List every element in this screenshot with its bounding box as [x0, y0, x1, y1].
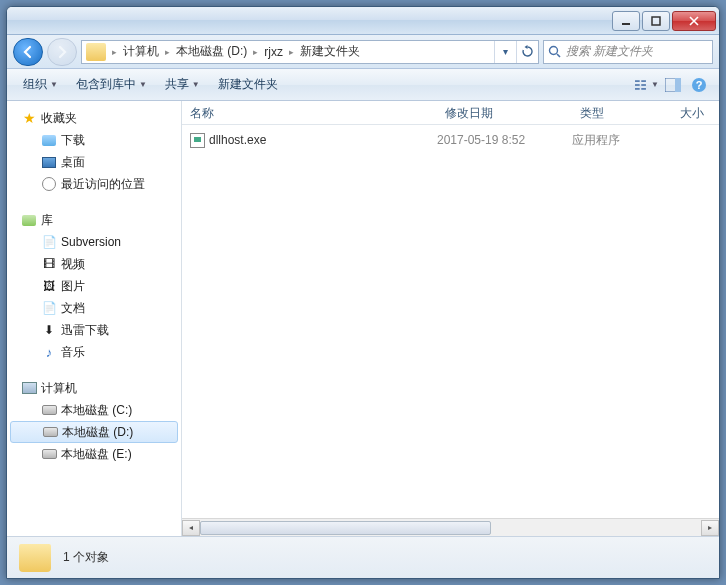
breadcrumb-segment[interactable]: rjxz [260, 45, 287, 59]
view-options-button[interactable]: ▼ [635, 73, 659, 97]
status-text: 1 个对象 [63, 549, 109, 566]
refresh-button[interactable] [516, 41, 538, 63]
nav-pane: ★ 收藏夹 下载 桌面 最近访问的位置 [7, 101, 182, 536]
sidebar-item-desktop[interactable]: 桌面 [7, 151, 181, 173]
include-library-menu[interactable]: 包含到库中▼ [68, 72, 155, 97]
folder-icon [19, 544, 51, 572]
horizontal-scrollbar[interactable]: ◂ ▸ [182, 518, 719, 536]
svg-rect-0 [622, 23, 630, 25]
music-icon: ♪ [41, 344, 57, 360]
address-bar[interactable]: ▸ 计算机 ▸ 本地磁盘 (D:) ▸ rjxz ▸ 新建文件夹 ▾ [81, 40, 539, 64]
libraries-header[interactable]: 库 [7, 209, 181, 231]
preview-pane-button[interactable] [661, 73, 685, 97]
organize-menu[interactable]: 组织▼ [15, 72, 66, 97]
svg-rect-6 [641, 80, 646, 82]
sidebar-item-recent[interactable]: 最近访问的位置 [7, 173, 181, 195]
minimize-button[interactable] [612, 11, 640, 31]
computer-icon [22, 382, 37, 394]
drive-icon [42, 449, 57, 459]
star-icon: ★ [21, 110, 37, 126]
sidebar-item-videos[interactable]: 🎞 视频 [7, 253, 181, 275]
breadcrumb-segment[interactable]: 本地磁盘 (D:) [172, 43, 251, 60]
scroll-right-button[interactable]: ▸ [701, 520, 719, 536]
exe-icon [190, 133, 205, 148]
picture-icon: 🖼 [41, 278, 57, 294]
sidebar-item-pictures[interactable]: 🖼 图片 [7, 275, 181, 297]
column-size[interactable]: 大小 [672, 101, 719, 124]
svg-rect-4 [635, 84, 640, 86]
desktop-icon [42, 157, 56, 168]
sidebar-item-drive-c[interactable]: 本地磁盘 (C:) [7, 399, 181, 421]
library-icon [22, 215, 36, 226]
search-icon [548, 45, 562, 59]
svg-rect-1 [652, 17, 660, 25]
breadcrumb-segment[interactable]: 计算机 [119, 43, 163, 60]
body: ★ 收藏夹 下载 桌面 最近访问的位置 [7, 101, 719, 536]
computer-group: 计算机 本地磁盘 (C:) 本地磁盘 (D:) 本地磁盘 (E:) [7, 377, 181, 465]
sidebar-item-documents[interactable]: 📄 文档 [7, 297, 181, 319]
address-dropdown[interactable]: ▾ [494, 41, 516, 63]
libraries-group: 库 📄 Subversion 🎞 视频 🖼 图片 📄 文档 [7, 209, 181, 363]
folder-icon [42, 135, 56, 146]
sidebar-item-drive-d[interactable]: 本地磁盘 (D:) [10, 421, 178, 443]
close-button[interactable] [672, 11, 716, 31]
chevron-right-icon: ▸ [110, 47, 119, 57]
titlebar [7, 7, 719, 35]
sidebar-item-subversion[interactable]: 📄 Subversion [7, 231, 181, 253]
help-button[interactable]: ? [687, 73, 711, 97]
status-bar: 1 个对象 [7, 536, 719, 578]
svg-rect-5 [635, 88, 640, 90]
svg-point-2 [550, 46, 558, 54]
clock-icon [42, 177, 56, 191]
forward-button[interactable] [47, 38, 77, 66]
share-menu[interactable]: 共享▼ [157, 72, 208, 97]
navbar: ▸ 计算机 ▸ 本地磁盘 (D:) ▸ rjxz ▸ 新建文件夹 ▾ 搜索 新建… [7, 35, 719, 69]
doc-icon: 📄 [41, 300, 57, 316]
file-type: 应用程序 [572, 132, 672, 149]
doc-icon: 📄 [41, 234, 57, 250]
search-input[interactable]: 搜索 新建文件夹 [543, 40, 713, 64]
back-button[interactable] [13, 38, 43, 66]
maximize-button[interactable] [642, 11, 670, 31]
column-date[interactable]: 修改日期 [437, 101, 572, 124]
svg-rect-3 [635, 80, 640, 82]
column-header: 名称 修改日期 类型 大小 [182, 101, 719, 125]
content-pane: 名称 修改日期 类型 大小 dllhost.exe 2017-05-19 8:5… [182, 101, 719, 536]
svg-rect-8 [641, 88, 646, 90]
svg-rect-7 [641, 84, 646, 86]
chevron-right-icon: ▸ [163, 47, 172, 57]
scroll-thumb[interactable] [200, 521, 491, 535]
sidebar-item-drive-e[interactable]: 本地磁盘 (E:) [7, 443, 181, 465]
toolbar: 组织▼ 包含到库中▼ 共享▼ 新建文件夹 ▼ ? [7, 69, 719, 101]
file-list: dllhost.exe 2017-05-19 8:52 应用程序 [182, 125, 719, 518]
column-type[interactable]: 类型 [572, 101, 672, 124]
file-row[interactable]: dllhost.exe 2017-05-19 8:52 应用程序 [182, 129, 719, 151]
scroll-track[interactable] [200, 520, 701, 536]
chevron-right-icon: ▸ [251, 47, 260, 57]
svg-text:?: ? [696, 79, 703, 91]
chevron-right-icon: ▸ [287, 47, 296, 57]
breadcrumb-segment[interactable]: 新建文件夹 [296, 43, 364, 60]
file-date: 2017-05-19 8:52 [437, 133, 572, 147]
search-placeholder: 搜索 新建文件夹 [566, 43, 653, 60]
new-folder-button[interactable]: 新建文件夹 [210, 72, 286, 97]
column-name[interactable]: 名称 [182, 101, 437, 124]
file-name: dllhost.exe [209, 133, 266, 147]
computer-header[interactable]: 计算机 [7, 377, 181, 399]
drive-icon [43, 427, 58, 437]
sidebar-item-thunder[interactable]: ⬇ 迅雷下载 [7, 319, 181, 341]
video-icon: 🎞 [41, 256, 57, 272]
explorer-window: ▸ 计算机 ▸ 本地磁盘 (D:) ▸ rjxz ▸ 新建文件夹 ▾ 搜索 新建… [6, 6, 720, 579]
favorites-group: ★ 收藏夹 下载 桌面 最近访问的位置 [7, 107, 181, 195]
svg-rect-10 [675, 78, 681, 92]
drive-icon [42, 405, 57, 415]
sidebar-item-downloads[interactable]: 下载 [7, 129, 181, 151]
scroll-left-button[interactable]: ◂ [182, 520, 200, 536]
download-icon: ⬇ [41, 322, 57, 338]
folder-icon [86, 43, 106, 61]
sidebar-item-music[interactable]: ♪ 音乐 [7, 341, 181, 363]
favorites-header[interactable]: ★ 收藏夹 [7, 107, 181, 129]
